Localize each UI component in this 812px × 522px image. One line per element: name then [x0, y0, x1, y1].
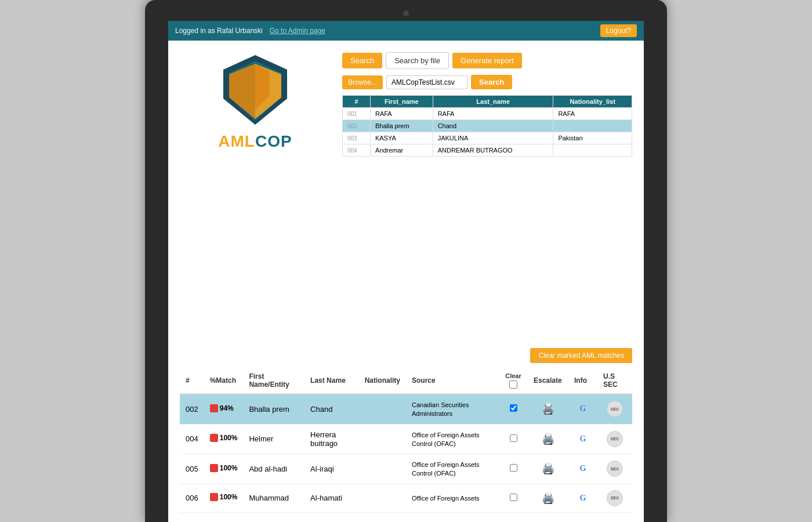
match-bar-icon — [210, 464, 218, 472]
clear-checkbox[interactable] — [510, 404, 517, 412]
shield-logo — [220, 52, 290, 128]
google-search-icon[interactable]: G — [575, 401, 591, 417]
results-table: # %Match First Name/Entity Last Name Nat… — [180, 368, 632, 513]
first-name-cell: Muhammad — [243, 484, 304, 512]
clear-marked-button[interactable]: Clear marked AML matches — [530, 348, 632, 363]
logged-in-text: Logged in as Rafal Urbanski — [175, 27, 263, 35]
clear-all-checkbox[interactable] — [509, 380, 517, 389]
result-row: 005100%Abd al-hadiAl-iraqiOffice of Fore… — [180, 454, 632, 484]
mini-table-row: 001RAFARAFARAFA — [343, 108, 632, 120]
logout-button[interactable]: Logout? — [600, 24, 637, 37]
search-tab[interactable]: Search — [342, 53, 382, 68]
clear-btn-row: Clear marked AML matches — [180, 348, 632, 363]
brand-cop: COP — [255, 132, 292, 150]
escalate-icon[interactable]: 🖨️ — [540, 490, 556, 506]
col-sec: U.S SEC — [597, 368, 632, 394]
filename-display: AMLCopTestList.csv — [386, 75, 467, 89]
col-info: Info — [568, 368, 597, 394]
screen-bezel: Logged in as Rafal Urbanski Go to Admin … — [145, 0, 667, 522]
match-badge: 100% — [210, 464, 238, 472]
browse-button[interactable]: Browse... — [342, 75, 383, 89]
result-row: 00294%Bhalla premChandCanadian Securitie… — [180, 394, 632, 424]
col-source: Source — [406, 368, 499, 394]
escalate-icon[interactable]: 🖨️ — [540, 401, 556, 417]
col-num: # — [180, 368, 204, 394]
search-tabs: Search Search by file Generate report — [342, 52, 632, 69]
generate-report-button[interactable]: Generate report — [452, 53, 522, 68]
source-text: Office of Foreign Assets — [412, 495, 480, 502]
sec-badge[interactable]: SEC — [607, 461, 623, 477]
match-bar-icon — [210, 434, 218, 442]
clear-checkbox[interactable] — [510, 434, 517, 442]
escalate-icon[interactable]: 🖨️ — [540, 431, 556, 447]
google-search-icon[interactable]: G — [575, 490, 591, 506]
col-nationality: Nationality — [359, 368, 406, 394]
clear-checkbox[interactable] — [510, 494, 517, 501]
col-clear: Clear — [499, 368, 528, 394]
mini-table: # First_name Last_name Nationality_list … — [342, 95, 632, 157]
mini-col-num: # — [343, 96, 371, 108]
sec-badge[interactable]: SEC — [607, 431, 623, 447]
results-section: Clear marked AML matches # %Match First … — [168, 342, 644, 522]
brand-aml: AML — [218, 132, 255, 150]
file-search-row: Browse... AMLCopTestList.csv Search — [342, 75, 632, 89]
first-name-cell: Abd al-hadi — [243, 454, 304, 484]
match-badge: 94% — [210, 404, 234, 412]
mini-col-lastname: Last_name — [433, 96, 553, 108]
col-lastname: Last Name — [304, 368, 359, 394]
first-name-cell: Helmer — [243, 424, 304, 454]
search-by-file-tab[interactable]: Search by file — [386, 52, 449, 69]
right-panel: Search Search by file Generate report Br… — [342, 52, 632, 331]
source-text: Office of Foreign Assets Control (OFAC) — [412, 461, 480, 477]
google-search-icon[interactable]: G — [575, 461, 591, 477]
mini-col-firstname: First_name — [370, 96, 433, 108]
mini-table-row: 003KASYAJAKULINAPakistan — [343, 132, 632, 144]
screen: Logged in as Rafal Urbanski Go to Admin … — [168, 21, 644, 522]
match-bar-icon — [210, 493, 218, 501]
sec-badge[interactable]: SEC — [607, 401, 623, 417]
laptop-frame: Logged in as Rafal Urbanski Go to Admin … — [145, 0, 667, 522]
admin-link[interactable]: Go to Admin page — [270, 27, 325, 35]
top-bar-left: Logged in as Rafal Urbanski Go to Admin … — [175, 27, 325, 35]
col-match: %Match — [204, 368, 244, 394]
main-content: AMLCOP Search Search by file Generate re… — [168, 41, 644, 342]
sec-badge[interactable]: SEC — [607, 490, 623, 506]
escalate-icon[interactable]: 🖨️ — [540, 461, 556, 477]
result-row: 006100%MuhammadAl-hamatiOffice of Foreig… — [180, 484, 632, 512]
match-badge: 100% — [210, 493, 238, 501]
result-row: 004100%HelmerHerrera buitragoOffice of F… — [180, 424, 632, 454]
logo-area: AMLCOP — [218, 52, 292, 151]
clear-checkbox[interactable] — [510, 464, 517, 472]
col-escalate: Escalate — [528, 368, 568, 394]
source-text: Office of Foreign Assets Control (OFAC) — [412, 432, 480, 447]
file-search-button[interactable]: Search — [471, 75, 512, 89]
source-text: Canadian Securities Administrators — [412, 401, 469, 417]
brand-name: AMLCOP — [218, 132, 292, 151]
mini-col-nationality: Nationality_list — [553, 96, 632, 108]
match-badge: 100% — [210, 434, 238, 442]
match-bar-icon — [210, 404, 218, 412]
top-bar: Logged in as Rafal Urbanski Go to Admin … — [168, 21, 644, 41]
mini-table-row: 002Bhalla premChand — [343, 120, 632, 132]
mini-table-row: 004AndremarANDREMAR BUTRAGOO — [343, 144, 632, 157]
first-name-cell: Bhalla prem — [243, 394, 304, 424]
google-search-icon[interactable]: G — [575, 431, 591, 447]
left-panel: AMLCOP — [180, 52, 331, 331]
col-firstname: First Name/Entity — [243, 368, 304, 394]
